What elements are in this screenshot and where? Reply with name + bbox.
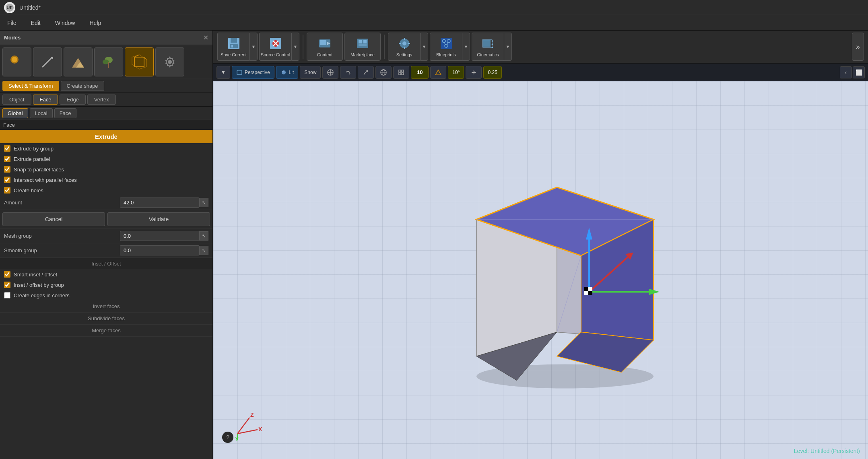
mode-mesh[interactable]	[125, 47, 154, 76]
tab-face[interactable]: Face	[33, 95, 58, 105]
blueprints-btn[interactable]: Blueprints	[430, 33, 462, 61]
svg-rect-91	[588, 291, 592, 295]
svg-point-3	[12, 57, 17, 62]
decimal-value: 0.25	[488, 70, 497, 75]
svg-marker-69	[474, 71, 476, 74]
blueprints-arrow[interactable]: ▼	[462, 33, 470, 61]
menu-bar: File Edit Window Help	[0, 15, 868, 31]
cinematics-btn[interactable]: Cinematics	[472, 33, 504, 61]
amount-label: Amount	[4, 200, 120, 206]
chk-create-holes[interactable]	[4, 187, 10, 193]
transform-btn[interactable]	[322, 66, 338, 79]
tab-face-coord[interactable]: Face	[54, 108, 76, 118]
toolbar-expand-btn[interactable]: »	[852, 33, 864, 61]
snap-move-btn[interactable]	[466, 66, 482, 79]
toolbar-sep-2	[384, 35, 385, 59]
viewport-toggle-btn[interactable]: ‹	[840, 66, 852, 78]
ue-logo: UE	[4, 2, 15, 13]
svg-rect-11	[134, 57, 144, 67]
source-control-label: Source Control	[261, 52, 290, 57]
mode-settings[interactable]	[155, 47, 184, 76]
chk-extrude-by-group[interactable]	[4, 145, 10, 152]
tab-create-shape[interactable]: Create shape	[61, 81, 104, 91]
cancel-button[interactable]: Cancel	[2, 212, 105, 226]
scale-btn[interactable]	[358, 66, 374, 79]
toolbar-sep-1	[303, 35, 303, 59]
mode-foliage[interactable]	[94, 47, 123, 76]
checkbox-create-holes: Create holes	[0, 185, 212, 196]
content-icon	[318, 36, 332, 51]
amount-expand-btn[interactable]: ⤡	[199, 198, 208, 207]
tab-object[interactable]: Object	[2, 95, 31, 105]
settings-arrow[interactable]: ▼	[420, 33, 428, 61]
level-name: Untitled (Persistent)	[810, 448, 860, 454]
tab-vertex[interactable]: Vertex	[87, 95, 116, 105]
tab-select-transform[interactable]: Select & Transform	[2, 81, 59, 91]
settings-icon	[397, 36, 412, 51]
svg-text:Y: Y	[235, 436, 239, 442]
chk-create-edges-corners[interactable]	[4, 292, 10, 298]
world-btn[interactable]	[375, 66, 392, 79]
viewport-dropdown-btn[interactable]: ▼	[216, 66, 230, 79]
chk-snap-parallel[interactable]	[4, 166, 10, 173]
chk-extrude-parallel[interactable]	[4, 156, 10, 162]
subdivide-faces-btn[interactable]: Subdivide faces	[0, 313, 212, 325]
lit-btn[interactable]: Lit	[276, 66, 299, 79]
save-current-label: Save Current	[221, 52, 247, 57]
menu-help[interactable]: Help	[86, 18, 104, 28]
modes-close-button[interactable]: ✕	[203, 34, 208, 41]
smooth-group-expand-btn[interactable]: ⤡	[199, 246, 208, 255]
mesh-group-expand-btn[interactable]: ⤡	[199, 231, 208, 241]
amount-input[interactable]	[120, 198, 199, 208]
chk-smart-inset[interactable]	[4, 271, 10, 278]
show-label: Show	[304, 70, 316, 75]
checkbox-extrude-by-group: Extrude by group	[0, 143, 212, 154]
source-control-arrow[interactable]: ▼	[291, 33, 299, 61]
content-btn[interactable]: Content	[307, 33, 343, 61]
smooth-group-input[interactable]	[120, 245, 199, 255]
menu-edit[interactable]: Edit	[28, 18, 44, 28]
chk-intersect-parallel[interactable]	[4, 177, 10, 183]
angle-btn[interactable]: 10°	[448, 66, 464, 79]
show-btn[interactable]: Show	[300, 66, 321, 79]
blueprints-icon	[439, 36, 454, 51]
viewport-maximize-btn[interactable]: ⬜	[853, 66, 865, 78]
svg-rect-17	[231, 38, 237, 43]
invert-faces-btn[interactable]: Invert faces	[0, 301, 212, 313]
info-button[interactable]: ?	[222, 432, 233, 443]
tab-global[interactable]: Global	[2, 108, 28, 118]
label-snap-parallel: Snap to parallel faces	[14, 167, 64, 173]
cinematics-arrow[interactable]: ▼	[504, 33, 512, 61]
svg-rect-19	[231, 45, 233, 47]
mode-select-transform[interactable]	[2, 47, 31, 76]
save-current-arrow[interactable]: ▼	[249, 33, 258, 61]
merge-faces-btn[interactable]: Merge faces	[0, 325, 212, 337]
amount-field-row: Amount ⤡	[0, 196, 212, 210]
source-control-btn[interactable]: Source Control	[259, 33, 291, 61]
cinematics-btn-group: Cinematics ▼	[472, 33, 512, 61]
validate-button[interactable]: Validate	[107, 212, 210, 226]
label-smart-inset: Smart inset / offset	[14, 272, 57, 278]
mesh-group-input[interactable]	[120, 231, 199, 241]
viewport[interactable]: Z X Y ? Level: Untitled (Persistent)	[213, 81, 868, 459]
blueprints-label: Blueprints	[436, 52, 456, 57]
decimal-btn[interactable]: 0.25	[483, 66, 501, 79]
perspective-btn[interactable]: Perspective	[232, 66, 274, 79]
save-icon	[227, 36, 241, 51]
save-current-btn[interactable]: Save Current	[217, 33, 249, 61]
grid-number-btn[interactable]: 10	[411, 66, 429, 79]
tab-local[interactable]: Local	[30, 108, 53, 118]
menu-file[interactable]: File	[4, 18, 20, 28]
settings-btn[interactable]: Settings	[388, 33, 420, 61]
rotate-btn[interactable]	[340, 66, 356, 79]
mode-landscape[interactable]	[64, 47, 93, 76]
marketplace-btn[interactable]: Marketplace	[344, 33, 381, 61]
snap-btn[interactable]	[393, 66, 409, 79]
tab-edge[interactable]: Edge	[60, 95, 85, 105]
menu-window[interactable]: Window	[52, 18, 78, 28]
svg-rect-65	[399, 73, 401, 75]
svg-rect-89	[588, 287, 592, 291]
mode-paint[interactable]	[33, 47, 62, 76]
chk-inset-by-group[interactable]	[4, 282, 10, 288]
triangle-btn[interactable]	[430, 66, 446, 79]
